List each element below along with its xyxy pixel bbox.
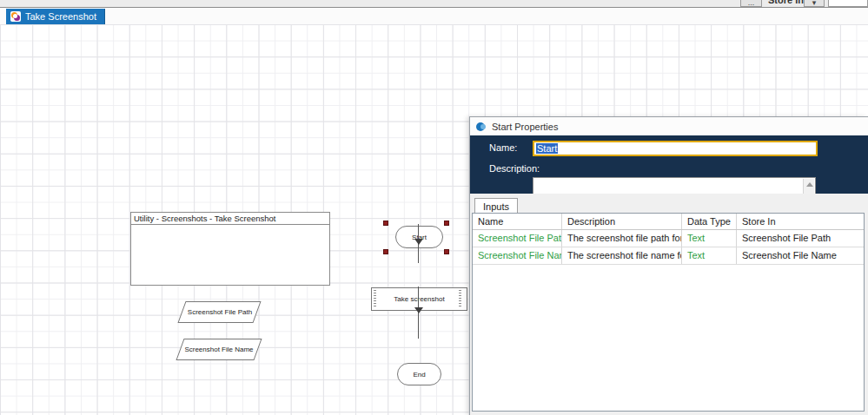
start-stage[interactable]: Start xyxy=(395,226,443,248)
cell-name[interactable]: Screenshot File Name xyxy=(473,247,562,264)
data-item-label: Screenshot File Path xyxy=(172,301,268,323)
dialog-body: Inputs Name Description Data Type Store … xyxy=(470,194,868,415)
selection-handle-top-right[interactable] xyxy=(444,221,449,226)
process-info-box[interactable]: Utility - Screenshots - Take Screenshot xyxy=(130,212,330,286)
process-info-title: Utility - Screenshots - Take Screenshot xyxy=(131,213,329,225)
store-in-dropdown[interactable]: ▾ xyxy=(804,0,825,7)
store-in-field[interactable] xyxy=(828,0,868,7)
link-arrowhead xyxy=(414,307,423,313)
inputs-table-header: Name Description Data Type Store In xyxy=(473,214,864,230)
name-label: Name: xyxy=(489,142,517,153)
tab-take-screenshot[interactable]: Take Screenshot xyxy=(6,9,105,24)
selection-handle-top-left[interactable] xyxy=(383,221,388,226)
cell-store-in[interactable]: Screenshot File Path xyxy=(737,230,864,247)
end-stage[interactable]: End xyxy=(397,363,441,385)
column-header-data-type[interactable]: Data Type xyxy=(682,214,737,229)
dialog-header-panel: Name: Start Description: xyxy=(470,135,868,194)
tab-inputs[interactable]: Inputs xyxy=(474,198,518,214)
tab-label: Take Screenshot xyxy=(25,11,96,22)
dialog-titlebar[interactable]: Start Properties xyxy=(470,117,868,135)
cell-description[interactable]: The screenshot file name for the... xyxy=(562,247,682,264)
stage-properties-icon xyxy=(476,122,487,132)
name-input-selected-text: Start xyxy=(536,143,558,154)
app-window: ... Store In ▾ Take Screenshot Utility -… xyxy=(0,0,868,415)
data-item-label: Screenshot File Name xyxy=(170,339,268,360)
blue-prism-logo-icon xyxy=(10,11,21,22)
selection-handle-bottom-right[interactable] xyxy=(444,249,449,254)
store-in-label: Store In xyxy=(768,0,804,5)
selection-handle-bottom-left[interactable] xyxy=(383,249,388,254)
cell-name[interactable]: Screenshot File Path xyxy=(473,230,562,247)
ellipsis-button[interactable]: ... xyxy=(740,0,762,7)
action-side-bars-icon xyxy=(459,290,465,308)
column-header-description[interactable]: Description xyxy=(562,214,682,229)
table-row[interactable]: Screenshot File Path The screenshot file… xyxy=(473,230,864,247)
cell-data-type[interactable]: Text xyxy=(682,230,737,247)
column-header-store-in[interactable]: Store In xyxy=(737,214,864,229)
link-arrowhead xyxy=(414,239,423,245)
end-stage-label: End xyxy=(413,371,425,379)
cell-data-type[interactable]: Text xyxy=(682,247,737,264)
cropped-toolbar-strip: ... Store In ▾ xyxy=(0,0,868,8)
inputs-table: Name Description Data Type Store In Scre… xyxy=(472,213,865,412)
dialog-title: Start Properties xyxy=(492,122,558,132)
scroll-up-icon[interactable] xyxy=(806,182,813,187)
column-header-name[interactable]: Name xyxy=(473,214,562,229)
start-properties-dialog: Start Properties Name: Start Description… xyxy=(469,116,868,415)
description-label: Description: xyxy=(489,163,540,174)
action-stage-label: Take screenshot xyxy=(394,295,444,303)
table-row[interactable]: Screenshot File Name The screenshot file… xyxy=(473,247,864,265)
cell-description[interactable]: The screenshot file path for the s... xyxy=(562,230,682,247)
cell-store-in[interactable]: Screenshot File Name xyxy=(737,247,864,264)
name-input[interactable]: Start xyxy=(533,141,818,156)
action-side-bars-icon xyxy=(374,290,380,308)
tab-strip: Take Screenshot xyxy=(0,9,868,24)
tab-inputs-label: Inputs xyxy=(483,201,509,212)
